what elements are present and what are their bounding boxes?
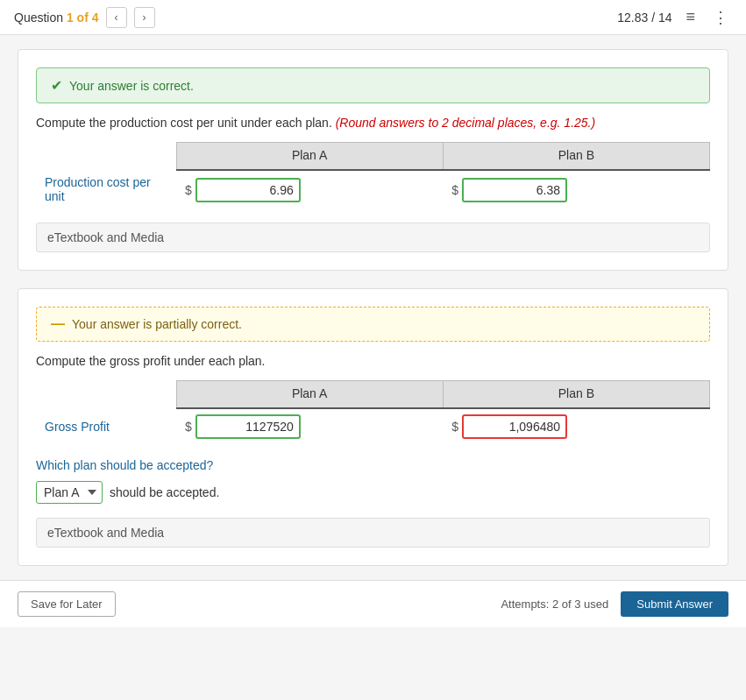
more-options-button[interactable]: ⋮ [709,6,732,29]
section2-plan-a-input-group: $ [185,414,434,439]
table-row: Gross Profit $ $ [36,408,710,444]
section2-plan-a-input[interactable] [195,414,301,439]
question-label: Question 1 of 4 [14,11,99,25]
section2-table: Plan A Plan B Gross Profit $ $ [36,380,710,444]
section2-row-label: Gross Profit [36,408,176,444]
section1-col1-header: Plan A [176,143,443,171]
section2-col1-header: Plan A [176,381,443,409]
prev-question-button[interactable]: ‹ [106,7,127,28]
bottom-bar: Save for Later Attempts: 2 of 3 used Sub… [0,580,746,627]
section1-plan-b-cell: $ [443,170,709,209]
plan-select-row: Plan A Plan B should be accepted. [36,481,710,504]
section1-plan-b-input-group: $ [451,178,700,202]
section1-plan-a-input-group: $ [185,178,434,202]
section1-plan-a-input[interactable] [195,178,301,202]
partial-banner-text: Your answer is partially correct. [72,317,242,331]
section1-plan-a-dollar: $ [185,183,192,197]
section2-plan-b-dollar: $ [451,420,458,434]
section1-row-label: Production cost per unit [36,170,176,209]
section1-plan-b-dollar: $ [451,183,458,197]
next-question-button[interactable]: › [134,7,155,28]
section1-instruction: Compute the production cost per unit und… [36,116,710,130]
section1-instruction-text: Compute the production cost per unit und… [36,116,332,130]
section2-instruction-text: Compute the gross profit under each plan… [36,354,266,368]
top-bar: Question 1 of 4 ‹ › 12.83 / 14 ≡ ⋮ [0,0,746,35]
top-bar-left: Question 1 of 4 ‹ › [14,7,155,28]
section2-plan-a-dollar: $ [185,420,192,434]
save-for-later-label: Save for Later [31,597,103,611]
section1-card: ✔ Your answer is correct. Compute the pr… [18,49,728,271]
correct-banner: ✔ Your answer is correct. [36,67,710,103]
section1-table: Plan A Plan B Production cost per unit $ [36,142,710,209]
section2-etextbook-label: eTextbook and Media [47,526,164,540]
which-plan-question: Which plan should be accepted? [36,458,710,472]
correct-banner-text: Your answer is correct. [69,79,194,93]
score-label: 12.83 / 14 [617,11,671,25]
should-accepted-label: should be accepted. [110,485,219,499]
section1-col2-header: Plan B [443,143,709,171]
which-plan-section: Which plan should be accepted? Plan A Pl… [36,458,710,504]
section1-etextbook: eTextbook and Media [36,223,710,252]
section2-plan-b-input-group: $ [451,414,700,439]
check-icon: ✔ [51,77,62,94]
bottom-right: Attempts: 2 of 3 used Submit Answer [501,591,728,617]
section1-etextbook-label: eTextbook and Media [47,230,164,244]
section1-instruction-note: (Round answers to 2 decimal places, e.g.… [336,116,596,130]
section2-plan-b-cell: $ [443,408,709,444]
top-bar-right: 12.83 / 14 ≡ ⋮ [617,6,732,29]
list-icon-button[interactable]: ≡ [682,6,699,28]
partial-banner: — Your answer is partially correct. [36,307,710,342]
minus-icon: — [51,316,65,332]
section2-plan-a-cell: $ [176,408,443,444]
section2-plan-b-input[interactable] [462,414,567,439]
question-of: of 4 [74,11,99,25]
section2-col2-header: Plan B [443,381,709,409]
section1-plan-b-input[interactable] [462,178,567,202]
save-for-later-button[interactable]: Save for Later [18,591,116,617]
submit-answer-label: Submit Answer [636,597,713,611]
section1-plan-a-cell: $ [176,170,443,209]
section2-card: — Your answer is partially correct. Comp… [18,288,728,566]
main-content: ✔ Your answer is correct. Compute the pr… [0,35,746,580]
submit-answer-button[interactable]: Submit Answer [621,591,728,617]
section2-instruction: Compute the gross profit under each plan… [36,354,710,368]
plan-select[interactable]: Plan A Plan B [36,481,103,504]
table-row: Production cost per unit $ $ [36,170,710,209]
attempts-label: Attempts: 2 of 3 used [501,597,608,611]
question-number: 1 [67,11,74,25]
section2-etextbook: eTextbook and Media [36,518,710,548]
